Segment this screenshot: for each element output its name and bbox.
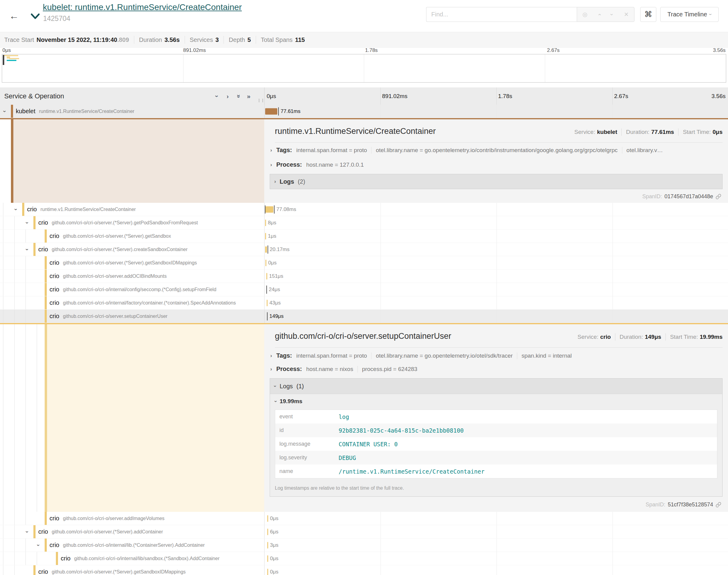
tags-accordion[interactable]: › Tags: internal.span.format = proto ote…: [270, 352, 572, 359]
span-bar[interactable]: [265, 108, 277, 114]
jaeger-trace-page: ← kubelet: runtime.v1.RuntimeService/Cre…: [0, 0, 728, 575]
expand-one-icon[interactable]: ›: [227, 93, 229, 100]
span-row[interactable]: criogithub.com/cri-o/cri-o/server.(*Serv…: [0, 565, 728, 575]
trace-total-spans: Total Spans115: [261, 36, 305, 43]
detail-indent-band: [0, 119, 264, 203]
span-row[interactable]: criogithub.com/cri-o/cri-o/server.(*Serv…: [0, 230, 728, 243]
span-row[interactable]: criogithub.com/cri-o/cri-o/internal/conf…: [0, 283, 728, 296]
minimap-span: [9, 58, 19, 59]
span-bar[interactable]: [265, 233, 266, 239]
service-color-bar: [56, 552, 58, 565]
collapse-children-icon[interactable]: [2, 108, 7, 115]
log-kv-table: eventlog id92b82381-025c-4a64-815c-ba2e1…: [275, 410, 717, 478]
trace-services: Services3: [190, 36, 219, 43]
span-row[interactable]: criogithub.com/cri-o/cri-o/server.(*Serv…: [0, 256, 728, 270]
trace-duration: Duration3.56s: [139, 36, 180, 43]
span-bar[interactable]: [265, 219, 266, 226]
span-bar[interactable]: [265, 246, 267, 252]
column-resizer-grip[interactable]: [259, 99, 263, 102]
next-match-icon[interactable]: ›: [609, 13, 615, 15]
process-accordion[interactable]: › Process: host.name = 127.0.0.1: [270, 161, 364, 168]
copy-link-icon[interactable]: [716, 194, 721, 199]
span-detail-panel: github.com/cri-o/cri-o/server.setupConta…: [0, 323, 728, 512]
service-operation-heading: Service & Operation: [4, 92, 64, 100]
service-color-bar: [45, 296, 47, 309]
service-color-bar: [45, 256, 47, 269]
span-row[interactable]: criogithub.com/cri-o/cri-o/server.setupC…: [0, 310, 728, 323]
trace-title-link[interactable]: kubelet: runtime.v1.RuntimeService/Creat…: [43, 2, 242, 12]
service-color-bar: [33, 216, 36, 229]
logs-accordion[interactable]: › Logs (2): [270, 174, 723, 189]
chevron-down-icon: ›: [708, 14, 714, 15]
kv-row: id92b82381-025c-4a64-815c-ba2e1bb08100: [275, 424, 717, 437]
span-row[interactable]: criogithub.com/cri-o/cri-o/server.addOCI…: [0, 270, 728, 283]
span-row[interactable]: crioruntime.v1.RuntimeService/CreateCont…: [0, 203, 728, 216]
grid-header-timeline: 0μs 891.02ms 1.78s 2.67s 3.56s: [264, 88, 728, 105]
trace-minimap[interactable]: [2, 54, 726, 82]
span-row[interactable]: criogithub.com/cri-o/cri-o/server.(*Serv…: [0, 216, 728, 230]
span-bar[interactable]: [267, 529, 268, 535]
span-bar[interactable]: [265, 260, 266, 266]
span-row[interactable]: criogithub.com/cri-o/cri-o/server.(*Serv…: [0, 525, 728, 539]
collapse-children-icon[interactable]: [14, 206, 19, 213]
span-detail-panel: runtime.v1.RuntimeService/CreateContaine…: [0, 118, 728, 203]
span-bar[interactable]: [267, 569, 268, 575]
kv-row: log.severityDEBUG: [275, 451, 717, 465]
collapse-children-icon[interactable]: [25, 219, 30, 226]
logs-accordion[interactable]: › Logs (1): [270, 379, 722, 394]
trace-collapse-chevron-icon[interactable]: [30, 11, 41, 21]
span-row[interactable]: criogithub.com/cri-o/cri-o/internal/lib/…: [0, 552, 728, 565]
minimap-span: [7, 60, 16, 61]
trace-depth: Depth5: [229, 36, 251, 43]
keyboard-shortcuts-button[interactable]: ⌘: [640, 7, 656, 22]
view-mode-dropdown[interactable]: Trace Timeline ›: [660, 7, 719, 22]
minimap-axis: 0μs 891.02ms 1.78s 2.67s 3.56s: [0, 47, 728, 54]
expand-all-icon[interactable]: »: [247, 93, 251, 100]
process-accordion[interactable]: › Process: host.name = nixos process.pid…: [270, 366, 417, 373]
chevron-right-icon: ›: [270, 366, 272, 372]
collapse-one-icon[interactable]: ›: [213, 95, 221, 97]
log-marker: [268, 245, 268, 253]
span-bar[interactable]: [267, 542, 268, 548]
collapse-children-icon[interactable]: [36, 542, 41, 549]
log-marker: [267, 312, 268, 320]
kv-row: name/runtime.v1.RuntimeService/CreateCon…: [275, 465, 717, 478]
span-bar[interactable]: [266, 273, 267, 279]
copy-link-icon[interactable]: [716, 502, 721, 508]
chevron-right-icon: ›: [270, 162, 272, 168]
detail-indent-band: [0, 324, 264, 512]
span-row[interactable]: criogithub.com/cri-o/cri-o/server.addIma…: [0, 512, 728, 525]
service-color-bar: [22, 203, 24, 216]
back-arrow-icon[interactable]: ←: [7, 9, 21, 23]
kv-row: log.messageCONTAINER USER: 0: [275, 437, 717, 451]
prev-match-icon[interactable]: ›: [596, 13, 602, 15]
span-bar[interactable]: [265, 206, 273, 212]
span-bar[interactable]: [267, 515, 268, 521]
trace-start: Trace Start November 15 2022, 11:19:40.8…: [4, 36, 129, 43]
clear-search-icon[interactable]: ✕: [624, 11, 629, 18]
timeline-grid-header: Service & Operation › › » » 0μs 891.02ms…: [0, 88, 728, 105]
span-row[interactable]: criogithub.com/cri-o/cri-o/internal/fact…: [0, 296, 728, 310]
service-color-bar: [45, 310, 47, 323]
log-entry-toggle[interactable]: › 19.99ms: [275, 398, 302, 405]
collapse-children-icon[interactable]: [25, 246, 30, 253]
command-icon: ⌘: [644, 10, 652, 19]
collapse-children-icon[interactable]: [25, 529, 30, 535]
tags-accordion[interactable]: › Tags: internal.span.format = proto ote…: [270, 147, 663, 154]
minimap-scrubber-handle[interactable]: [3, 55, 4, 65]
log-marker: [278, 107, 279, 115]
collapse-all-icon[interactable]: »: [235, 94, 243, 98]
span-row[interactable]: criogithub.com/cri-o/cri-o/server.(*Serv…: [0, 243, 728, 256]
span-bar[interactable]: [267, 555, 268, 562]
span-detail-title: runtime.v1.RuntimeService/CreateContaine…: [275, 127, 436, 136]
focus-target-icon[interactable]: ◎: [583, 11, 588, 18]
span-row[interactable]: kubeletruntime.v1.RuntimeService/CreateC…: [0, 105, 728, 118]
service-color-bar: [45, 539, 47, 552]
span-detail-meta: Service:kubelet Duration:77.61ms Start T…: [574, 128, 723, 136]
span-bar[interactable]: [267, 300, 268, 306]
span-row[interactable]: criogithub.com/cri-o/cri-o/internal/lib.…: [0, 539, 728, 552]
kv-row: eventlog: [275, 410, 717, 424]
find-input[interactable]: [426, 7, 577, 22]
top-bar: ← kubelet: runtime.v1.RuntimeService/Cre…: [0, 0, 728, 32]
chevron-down-icon: ›: [272, 385, 278, 387]
